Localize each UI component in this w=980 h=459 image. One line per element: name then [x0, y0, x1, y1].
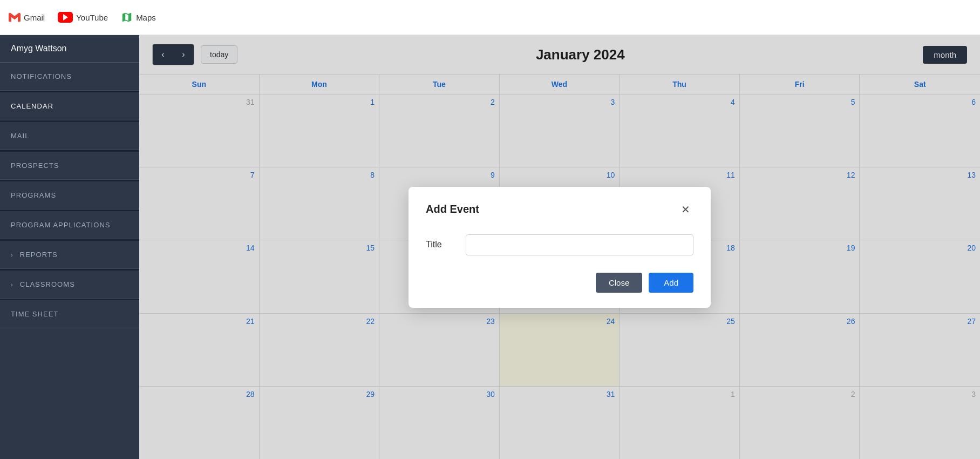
- add-button[interactable]: Add: [649, 273, 693, 293]
- modal-title: Add Event: [426, 203, 479, 215]
- maps-app-link[interactable]: Maps: [121, 11, 156, 23]
- sidebar-label-notifications: NOTIFICATIONS: [11, 72, 72, 80]
- maps-icon: [121, 11, 133, 23]
- sidebar-label-classrooms: CLASSROOMS: [20, 280, 75, 288]
- gmail-app-link[interactable]: Gmail: [9, 11, 45, 23]
- chevron-right-icon-2: ›: [11, 281, 13, 288]
- modal-close-button[interactable]: ✕: [678, 202, 693, 217]
- sidebar-item-notifications[interactable]: NOTIFICATIONS: [0, 63, 139, 91]
- sidebar-label-prospects: PROSPECTS: [11, 161, 59, 170]
- gmail-icon: [9, 11, 21, 23]
- sidebar: Amyg Wattson NOTIFICATIONS CALENDAR MAIL…: [0, 35, 139, 459]
- sidebar-item-program-applications[interactable]: PROGRAM APPLICATIONS: [0, 211, 139, 239]
- youtube-icon: [58, 12, 73, 23]
- maps-label: Maps: [136, 13, 156, 22]
- sidebar-item-classrooms[interactable]: › CLASSROOMS: [0, 271, 139, 299]
- modal-footer: Close Add: [426, 273, 693, 293]
- modal-body: Title: [426, 234, 693, 255]
- sidebar-label-reports: REPORTS: [20, 251, 58, 259]
- modal-header: Add Event ✕: [426, 202, 693, 217]
- gmail-label: Gmail: [24, 13, 45, 22]
- sidebar-item-programs[interactable]: PROGRAMS: [0, 181, 139, 210]
- main-layout: Amyg Wattson NOTIFICATIONS CALENDAR MAIL…: [0, 35, 980, 459]
- sidebar-user: Amyg Wattson: [0, 35, 139, 63]
- top-bar: Gmail YouTube Maps: [0, 0, 980, 35]
- add-event-modal: Add Event ✕ Title Close Add: [409, 187, 711, 308]
- sidebar-item-mail[interactable]: MAIL: [0, 122, 139, 150]
- sidebar-label-programs: PROGRAMS: [11, 191, 56, 199]
- sidebar-label-program-applications: PROGRAM APPLICATIONS: [11, 221, 111, 229]
- sidebar-item-time-sheet[interactable]: TIME SHEET: [0, 300, 139, 328]
- modal-overlay: Add Event ✕ Title Close Add: [139, 35, 980, 459]
- sidebar-label-calendar: CALENDAR: [11, 102, 53, 110]
- close-button[interactable]: Close: [596, 273, 642, 293]
- chevron-right-icon: ›: [11, 252, 13, 258]
- sidebar-label-mail: MAIL: [11, 132, 30, 140]
- title-label: Title: [426, 240, 453, 249]
- youtube-app-link[interactable]: YouTube: [58, 12, 108, 23]
- sidebar-label-time-sheet: TIME SHEET: [11, 310, 58, 318]
- youtube-label: YouTube: [76, 13, 108, 22]
- sidebar-item-reports[interactable]: › REPORTS: [0, 241, 139, 269]
- sidebar-item-calendar[interactable]: CALENDAR: [0, 92, 139, 120]
- title-input[interactable]: [466, 234, 693, 255]
- sidebar-item-prospects[interactable]: PROSPECTS: [0, 152, 139, 180]
- calendar-container: ‹ › today January 2024 month Sun Mon Tue…: [139, 35, 980, 459]
